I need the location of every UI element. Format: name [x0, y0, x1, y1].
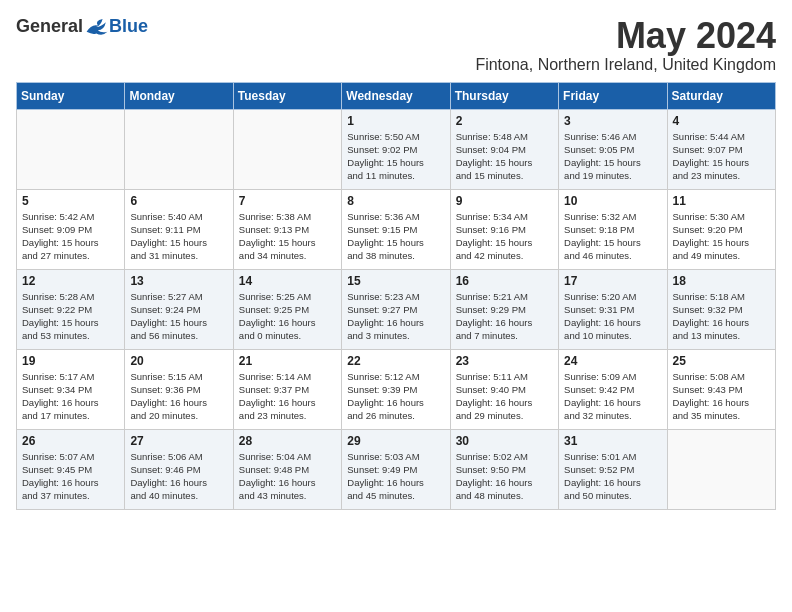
day-info: Sunrise: 5:21 AM Sunset: 9:29 PM Dayligh…	[456, 290, 553, 343]
day-number: 19	[22, 354, 119, 368]
calendar-cell: 22Sunrise: 5:12 AM Sunset: 9:39 PM Dayli…	[342, 349, 450, 429]
calendar-cell: 20Sunrise: 5:15 AM Sunset: 9:36 PM Dayli…	[125, 349, 233, 429]
logo-general-text: General	[16, 16, 83, 37]
calendar-cell: 14Sunrise: 5:25 AM Sunset: 9:25 PM Dayli…	[233, 269, 341, 349]
calendar-cell: 19Sunrise: 5:17 AM Sunset: 9:34 PM Dayli…	[17, 349, 125, 429]
day-number: 22	[347, 354, 444, 368]
day-info: Sunrise: 5:48 AM Sunset: 9:04 PM Dayligh…	[456, 130, 553, 183]
logo-blue-text: Blue	[109, 16, 148, 37]
calendar-cell: 25Sunrise: 5:08 AM Sunset: 9:43 PM Dayli…	[667, 349, 775, 429]
day-number: 29	[347, 434, 444, 448]
week-row-5: 26Sunrise: 5:07 AM Sunset: 9:45 PM Dayli…	[17, 429, 776, 509]
day-info: Sunrise: 5:44 AM Sunset: 9:07 PM Dayligh…	[673, 130, 770, 183]
calendar-cell: 3Sunrise: 5:46 AM Sunset: 9:05 PM Daylig…	[559, 109, 667, 189]
day-info: Sunrise: 5:11 AM Sunset: 9:40 PM Dayligh…	[456, 370, 553, 423]
week-row-3: 12Sunrise: 5:28 AM Sunset: 9:22 PM Dayli…	[17, 269, 776, 349]
day-number: 3	[564, 114, 661, 128]
day-info: Sunrise: 5:03 AM Sunset: 9:49 PM Dayligh…	[347, 450, 444, 503]
day-number: 28	[239, 434, 336, 448]
calendar-cell	[17, 109, 125, 189]
day-info: Sunrise: 5:14 AM Sunset: 9:37 PM Dayligh…	[239, 370, 336, 423]
week-row-4: 19Sunrise: 5:17 AM Sunset: 9:34 PM Dayli…	[17, 349, 776, 429]
calendar-title: May 2024	[475, 16, 776, 56]
day-info: Sunrise: 5:38 AM Sunset: 9:13 PM Dayligh…	[239, 210, 336, 263]
calendar-cell: 18Sunrise: 5:18 AM Sunset: 9:32 PM Dayli…	[667, 269, 775, 349]
day-info: Sunrise: 5:08 AM Sunset: 9:43 PM Dayligh…	[673, 370, 770, 423]
header-day-monday: Monday	[125, 82, 233, 109]
day-number: 15	[347, 274, 444, 288]
day-info: Sunrise: 5:28 AM Sunset: 9:22 PM Dayligh…	[22, 290, 119, 343]
day-number: 5	[22, 194, 119, 208]
day-info: Sunrise: 5:27 AM Sunset: 9:24 PM Dayligh…	[130, 290, 227, 343]
day-info: Sunrise: 5:42 AM Sunset: 9:09 PM Dayligh…	[22, 210, 119, 263]
calendar-cell	[125, 109, 233, 189]
day-number: 13	[130, 274, 227, 288]
logo: General Blue	[16, 16, 148, 37]
day-info: Sunrise: 5:32 AM Sunset: 9:18 PM Dayligh…	[564, 210, 661, 263]
calendar-cell: 16Sunrise: 5:21 AM Sunset: 9:29 PM Dayli…	[450, 269, 558, 349]
day-info: Sunrise: 5:25 AM Sunset: 9:25 PM Dayligh…	[239, 290, 336, 343]
logo-bird-icon	[85, 17, 109, 37]
day-info: Sunrise: 5:15 AM Sunset: 9:36 PM Dayligh…	[130, 370, 227, 423]
day-info: Sunrise: 5:40 AM Sunset: 9:11 PM Dayligh…	[130, 210, 227, 263]
day-number: 7	[239, 194, 336, 208]
title-area: May 2024 Fintona, Northern Ireland, Unit…	[475, 16, 776, 74]
day-number: 11	[673, 194, 770, 208]
day-info: Sunrise: 5:06 AM Sunset: 9:46 PM Dayligh…	[130, 450, 227, 503]
calendar-cell: 4Sunrise: 5:44 AM Sunset: 9:07 PM Daylig…	[667, 109, 775, 189]
day-number: 17	[564, 274, 661, 288]
calendar-cell: 15Sunrise: 5:23 AM Sunset: 9:27 PM Dayli…	[342, 269, 450, 349]
calendar-cell: 9Sunrise: 5:34 AM Sunset: 9:16 PM Daylig…	[450, 189, 558, 269]
header-day-saturday: Saturday	[667, 82, 775, 109]
day-number: 12	[22, 274, 119, 288]
day-number: 30	[456, 434, 553, 448]
day-number: 4	[673, 114, 770, 128]
header-day-wednesday: Wednesday	[342, 82, 450, 109]
day-number: 20	[130, 354, 227, 368]
calendar-cell: 1Sunrise: 5:50 AM Sunset: 9:02 PM Daylig…	[342, 109, 450, 189]
calendar-cell: 5Sunrise: 5:42 AM Sunset: 9:09 PM Daylig…	[17, 189, 125, 269]
day-number: 27	[130, 434, 227, 448]
day-number: 8	[347, 194, 444, 208]
header-day-thursday: Thursday	[450, 82, 558, 109]
calendar-cell	[233, 109, 341, 189]
day-info: Sunrise: 5:04 AM Sunset: 9:48 PM Dayligh…	[239, 450, 336, 503]
day-number: 25	[673, 354, 770, 368]
days-header-row: SundayMondayTuesdayWednesdayThursdayFrid…	[17, 82, 776, 109]
day-info: Sunrise: 5:50 AM Sunset: 9:02 PM Dayligh…	[347, 130, 444, 183]
calendar-cell: 7Sunrise: 5:38 AM Sunset: 9:13 PM Daylig…	[233, 189, 341, 269]
day-number: 23	[456, 354, 553, 368]
day-number: 6	[130, 194, 227, 208]
day-info: Sunrise: 5:12 AM Sunset: 9:39 PM Dayligh…	[347, 370, 444, 423]
day-number: 14	[239, 274, 336, 288]
calendar-cell: 30Sunrise: 5:02 AM Sunset: 9:50 PM Dayli…	[450, 429, 558, 509]
calendar-cell: 26Sunrise: 5:07 AM Sunset: 9:45 PM Dayli…	[17, 429, 125, 509]
day-info: Sunrise: 5:23 AM Sunset: 9:27 PM Dayligh…	[347, 290, 444, 343]
day-number: 2	[456, 114, 553, 128]
calendar-cell	[667, 429, 775, 509]
day-info: Sunrise: 5:36 AM Sunset: 9:15 PM Dayligh…	[347, 210, 444, 263]
header-day-sunday: Sunday	[17, 82, 125, 109]
day-info: Sunrise: 5:02 AM Sunset: 9:50 PM Dayligh…	[456, 450, 553, 503]
day-number: 18	[673, 274, 770, 288]
header-day-tuesday: Tuesday	[233, 82, 341, 109]
day-info: Sunrise: 5:07 AM Sunset: 9:45 PM Dayligh…	[22, 450, 119, 503]
header: General Blue May 2024 Fintona, Northern …	[16, 16, 776, 74]
calendar-cell: 23Sunrise: 5:11 AM Sunset: 9:40 PM Dayli…	[450, 349, 558, 429]
calendar-cell: 12Sunrise: 5:28 AM Sunset: 9:22 PM Dayli…	[17, 269, 125, 349]
calendar-cell: 8Sunrise: 5:36 AM Sunset: 9:15 PM Daylig…	[342, 189, 450, 269]
day-number: 10	[564, 194, 661, 208]
day-number: 26	[22, 434, 119, 448]
day-info: Sunrise: 5:18 AM Sunset: 9:32 PM Dayligh…	[673, 290, 770, 343]
calendar-cell: 6Sunrise: 5:40 AM Sunset: 9:11 PM Daylig…	[125, 189, 233, 269]
calendar-cell: 28Sunrise: 5:04 AM Sunset: 9:48 PM Dayli…	[233, 429, 341, 509]
day-info: Sunrise: 5:09 AM Sunset: 9:42 PM Dayligh…	[564, 370, 661, 423]
day-number: 1	[347, 114, 444, 128]
day-info: Sunrise: 5:34 AM Sunset: 9:16 PM Dayligh…	[456, 210, 553, 263]
day-number: 31	[564, 434, 661, 448]
calendar-subtitle: Fintona, Northern Ireland, United Kingdo…	[475, 56, 776, 74]
calendar-cell: 10Sunrise: 5:32 AM Sunset: 9:18 PM Dayli…	[559, 189, 667, 269]
week-row-1: 1Sunrise: 5:50 AM Sunset: 9:02 PM Daylig…	[17, 109, 776, 189]
day-number: 24	[564, 354, 661, 368]
calendar-cell: 24Sunrise: 5:09 AM Sunset: 9:42 PM Dayli…	[559, 349, 667, 429]
